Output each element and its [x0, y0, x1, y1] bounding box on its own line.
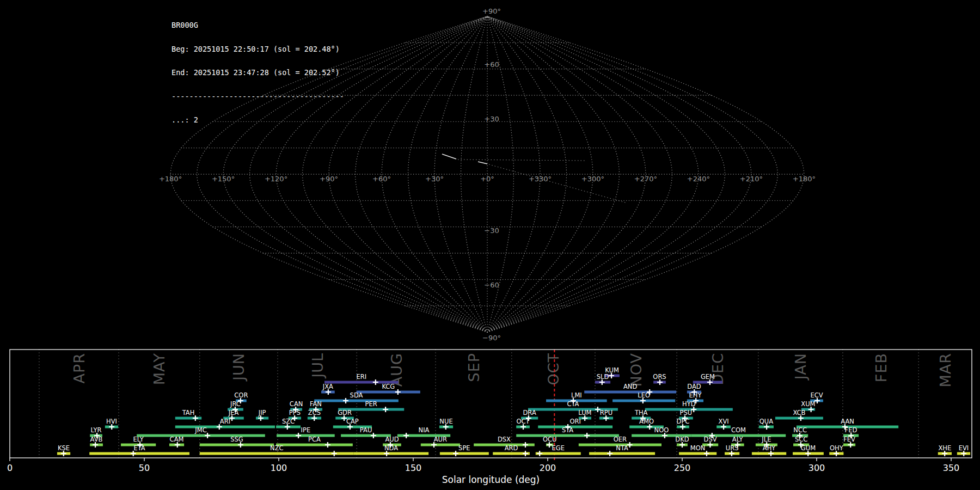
- shower-label-LMI: LMI: [571, 391, 582, 399]
- shower-label-LEO: LEO: [638, 391, 650, 399]
- shower-label-CAP: CAP: [346, 418, 359, 425]
- shower-label-CTA: CTA: [567, 400, 579, 408]
- meridian-line: [487, 16, 777, 332]
- figure-canvas: +180°+150°+120°+90°+60°+30°+0°+330°+300°…: [0, 0, 980, 490]
- shower-label-RPU: RPU: [600, 409, 612, 416]
- map-latitude-label: −60: [484, 281, 499, 289]
- shower-label-DSV: DSV: [704, 436, 717, 443]
- shower-label-QUA: QUA: [759, 418, 773, 425]
- month-label-jul: JUL: [309, 353, 326, 379]
- shower-label-ARI: ARI: [220, 418, 230, 425]
- shower-label-ERI: ERI: [357, 373, 367, 381]
- shower-label-OCU: OCU: [543, 436, 557, 443]
- shower-label-XCB: XCB: [793, 409, 805, 416]
- map-longitude-label: +180°: [793, 175, 816, 183]
- shower-label-PAU: PAU: [360, 426, 372, 434]
- shower-label-ORI: ORI: [569, 418, 580, 425]
- month-label-apr: APR: [71, 353, 88, 384]
- x-tick-label: 50: [139, 463, 150, 473]
- shower-label-XUM: XUM: [801, 400, 815, 408]
- meteor-trail-1: [442, 154, 456, 159]
- shower-label-GEM: GEM: [701, 373, 715, 381]
- shower-max-marker-NIA: [403, 433, 409, 438]
- shower-label-EHY: EHY: [689, 391, 702, 399]
- shower-bar-AUR: [421, 444, 460, 446]
- meteor-trail-extension-1: [458, 160, 585, 161]
- shower-label-CAN: CAN: [290, 400, 303, 408]
- x-tick-label: 100: [271, 463, 287, 473]
- shower-label-OCT: OCT: [516, 418, 530, 425]
- shower-label-KCG: KCG: [382, 383, 395, 390]
- shower-label-GUM: GUM: [801, 444, 816, 452]
- shower-label-ARD: ARD: [505, 444, 518, 452]
- x-axis-title: Solar longitude (deg): [442, 474, 540, 485]
- meridian-line: [487, 16, 725, 332]
- map-longitude-label: +0°: [480, 175, 494, 183]
- shower-bar-IPE: [277, 434, 335, 437]
- month-label-mar: MAR: [937, 353, 954, 388]
- shower-max-marker-KCG: [395, 389, 401, 395]
- shower-label-AVB: AVB: [90, 436, 103, 443]
- activity-timeline: APRMAYJUNJULAUGSEPOCTNOVDECJANFEBMARKUME…: [7, 350, 972, 485]
- shower-label-TAH: TAH: [182, 409, 195, 416]
- shower-label-JLE: JLE: [761, 436, 771, 443]
- x-tick-label: 350: [943, 463, 960, 473]
- shower-bar-STA: [516, 434, 619, 437]
- shower-max-marker-DSX: [523, 442, 528, 448]
- shower-label-CAM: CAM: [170, 436, 184, 443]
- shower-max-marker-STA: [584, 433, 590, 438]
- shower-label-ORS: ORS: [653, 373, 666, 381]
- shower-max-marker-SPE: [453, 451, 458, 456]
- shower-max-marker-NTA: [607, 451, 612, 456]
- shower-label-AUR: AUR: [434, 436, 447, 443]
- shower-label-NTA: NTA: [616, 444, 628, 452]
- shower-label-OHY: OHY: [830, 444, 844, 452]
- map-longitude-label: +300°: [581, 175, 604, 183]
- month-label-oct: OCT: [545, 353, 562, 385]
- map-longitude-label: +60°: [372, 175, 391, 183]
- shower-max-marker-ERI: [373, 379, 378, 385]
- shower-label-AHY: AHY: [763, 444, 776, 452]
- month-label-may: MAY: [151, 353, 168, 385]
- map-latitude-label: −90°: [482, 334, 501, 342]
- shower-max-marker-PER: [383, 407, 388, 412]
- shower-label-JRC: JRC: [230, 400, 241, 408]
- map-latitude-label: +30: [484, 115, 499, 123]
- shower-label-NZC: NZC: [270, 444, 284, 452]
- shower-label-AAN: AAN: [841, 418, 854, 425]
- shower-label-EVI: EVI: [959, 444, 969, 452]
- shower-max-marker-IPE: [296, 433, 301, 438]
- shower-label-PER: PER: [365, 400, 377, 408]
- map-longitude-label: +150°: [212, 175, 235, 183]
- begin-time-line: Beg: 20251015 22:50:17 (sol = 202.48°): [171, 45, 344, 53]
- shower-bar-PCA: [276, 444, 353, 446]
- shower-label-PCA: PCA: [308, 436, 321, 443]
- shower-label-NUE: NUE: [439, 418, 452, 425]
- map-latitude-label: +60: [484, 60, 499, 69]
- shower-label-JEA: JEA: [228, 409, 239, 416]
- shower-bar-ORI: [538, 426, 612, 428]
- shower-label-SCC: SCC: [795, 436, 807, 443]
- shower-label-JXA: JXA: [322, 383, 333, 390]
- shower-bar-MON: [679, 452, 716, 455]
- shower-label-PSU: PSU: [680, 409, 693, 416]
- x-tick-label: 150: [405, 463, 422, 473]
- shower-label-XVI: XVI: [719, 418, 729, 425]
- shower-label-DAD: DAD: [687, 383, 701, 390]
- shower-label-SPE: SPE: [458, 444, 470, 452]
- x-tick-label: 300: [808, 463, 825, 473]
- shower-max-marker-NZC: [332, 451, 337, 456]
- shower-label-COR: COR: [234, 391, 248, 399]
- shower-bar-SPE: [440, 452, 489, 455]
- shower-bar-ARI: [175, 426, 275, 428]
- shower-label-FEV: FEV: [843, 436, 855, 443]
- shower-bar-PAU: [341, 434, 391, 437]
- shower-label-THA: THA: [634, 409, 648, 416]
- shower-label-NDA: NDA: [384, 444, 398, 452]
- shower-label-FAN: FAN: [310, 400, 322, 408]
- map-latitude-label: +90°: [482, 7, 501, 15]
- month-label-sep: SEP: [465, 353, 482, 382]
- shower-label-ZCS: ZCS: [308, 409, 321, 416]
- shower-bar-KCG: [357, 391, 420, 394]
- shower-label-AMO: AMO: [639, 418, 654, 425]
